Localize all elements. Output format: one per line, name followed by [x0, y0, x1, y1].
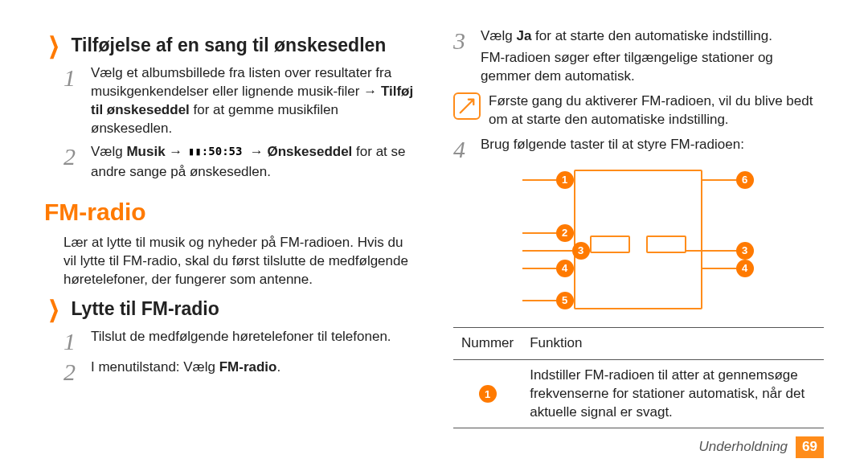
- cell-number: 1: [453, 359, 522, 428]
- text: Vælg et albumsbillede fra listen over re…: [91, 65, 391, 99]
- text: for at starte den automatiske indstillin…: [531, 28, 772, 43]
- callout-number-icon: 1: [556, 171, 574, 189]
- callout-3r: 3: [686, 242, 754, 260]
- section-name: Underholdning: [698, 438, 788, 457]
- page-number: 69: [796, 436, 824, 458]
- step-2: 2 Vælg Musik → ▮▮:50:53 → Ønskeseddel fo…: [63, 143, 415, 182]
- th-number: Nummer: [453, 327, 522, 359]
- callout-number-icon: 3: [572, 242, 590, 260]
- right-column: 3 Vælg Ja for at starte den automatiske …: [453, 26, 824, 471]
- callout-6: 6: [702, 171, 754, 189]
- callout-1: 1: [522, 171, 574, 189]
- callout-number-icon: 3: [736, 242, 754, 260]
- cell-function: Indstiller FM-radioen til atter at genne…: [522, 359, 824, 428]
- page-footer: Underholdning 69: [698, 436, 824, 458]
- callout-number-icon: 4: [736, 260, 754, 277]
- callout-number-icon: 6: [736, 171, 754, 189]
- intro-paragraph: Lær at lytte til musik og nyheder på FM-…: [63, 234, 415, 289]
- callout-number-icon: 2: [556, 224, 574, 242]
- text: FM-radioen søger efter tilgængelige stat…: [481, 49, 824, 86]
- left-column: ❯ Tilføjelse af en sang til ønskesedlen …: [44, 26, 415, 471]
- step-b2: 2 I menutilstand: Vælg FM-radio.: [63, 358, 415, 384]
- step-body: Vælg Ja for at starte den automatiske in…: [481, 27, 824, 86]
- step-number: 3: [453, 27, 481, 86]
- step-number: 2: [63, 358, 91, 384]
- th-function: Funktion: [522, 327, 824, 359]
- step-b1: 1 Tilslut de medfølgende høretelefoner t…: [63, 328, 415, 354]
- bold: Musik: [126, 144, 165, 159]
- step-1: 1 Vælg et albumsbillede fra listen over …: [63, 64, 415, 138]
- step-body: Vælg Musik → ▮▮:50:53 → Ønskeseddel for …: [91, 143, 415, 182]
- text: Vælg: [91, 144, 126, 159]
- svg-text:▮▮:50:53: ▮▮:50:53: [188, 145, 242, 158]
- diagram-box: [646, 236, 686, 253]
- text: .: [276, 359, 280, 375]
- callout-5: 5: [522, 292, 574, 309]
- step-number: 2: [63, 143, 91, 182]
- callout-2: 2: [522, 224, 574, 242]
- note-icon: [453, 92, 481, 120]
- step-body: Vælg et albumsbillede fra listen over re…: [91, 64, 415, 138]
- diagram: 1 2 3 4 5 6 3 4: [453, 166, 824, 319]
- note-text: Første gang du aktiverer FM-radioen, vil…: [489, 92, 824, 129]
- step-number: 1: [63, 328, 91, 354]
- step-number: 4: [453, 136, 481, 162]
- step-3: 3 Vælg Ja for at starte den automatiske …: [453, 27, 824, 86]
- text: →: [166, 144, 186, 159]
- callout-number-icon: 1: [479, 385, 497, 403]
- callout-number-icon: 4: [556, 260, 574, 277]
- timecode-icon: ▮▮:50:53: [186, 144, 246, 164]
- diagram-box: [590, 236, 630, 253]
- chevron-icon: ❯: [48, 31, 59, 61]
- step-body: Tilslut de medfølgende høretelefoner til…: [91, 328, 415, 354]
- step-4: 4 Brug følgende taster til at styre FM-r…: [453, 136, 824, 162]
- table-row: 1 Indstiller FM-radioen til atter at gen…: [453, 359, 824, 428]
- chevron-icon: ❯: [48, 294, 59, 325]
- step-body: I menutilstand: Vælg FM-radio.: [91, 358, 415, 384]
- heading-listen: ❯ Lytte til FM-radio: [44, 294, 415, 325]
- callout-4: 4: [522, 260, 574, 277]
- step-number: 1: [63, 64, 91, 138]
- heading-fm-radio: FM-radio: [44, 196, 415, 229]
- heading-add-song-text: Tilføjelse af en sang til ønskesedlen: [71, 35, 386, 55]
- callout-number-icon: 5: [556, 292, 574, 309]
- bold: → Ønskeseddel: [246, 144, 352, 159]
- bold: FM-radio: [219, 359, 277, 375]
- function-table: Nummer Funktion 1 Indstiller FM-radioen …: [453, 327, 824, 429]
- callout-4r: 4: [702, 260, 754, 277]
- heading-add-song: ❯ Tilføjelse af en sang til ønskesedlen: [44, 31, 415, 61]
- heading-listen-text: Lytte til FM-radio: [71, 298, 219, 319]
- text: Vælg: [481, 28, 516, 43]
- bold: Ja: [516, 28, 531, 43]
- text: I menutilstand: Vælg: [91, 359, 219, 375]
- step-body: Brug følgende taster til at styre FM-rad…: [481, 136, 824, 162]
- table-header: Nummer Funktion: [453, 327, 824, 359]
- note: Første gang du aktiverer FM-radioen, vil…: [453, 92, 824, 129]
- callout-3: 3: [522, 242, 590, 260]
